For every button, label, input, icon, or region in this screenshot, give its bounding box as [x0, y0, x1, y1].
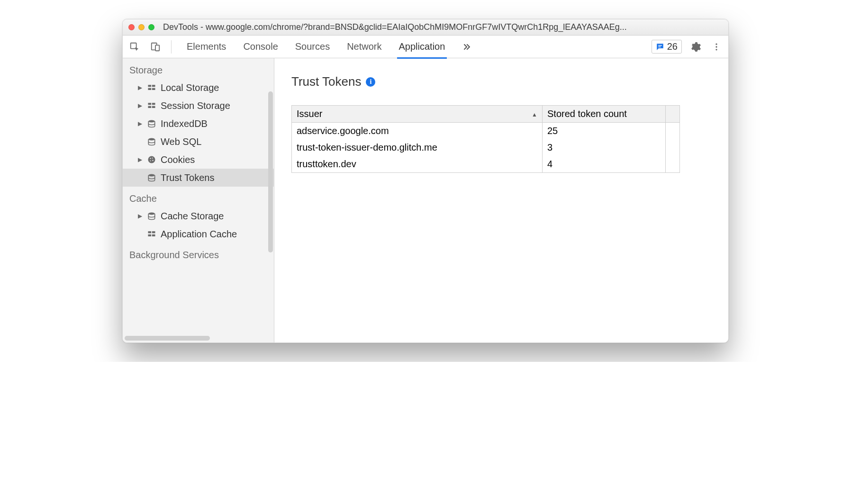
close-window-button[interactable]: [128, 24, 135, 30]
panel-heading-text: Trust Tokens: [291, 74, 361, 89]
sidebar-item-cache-storage[interactable]: ▶ Cache Storage: [123, 207, 274, 225]
svg-point-21: [152, 160, 153, 161]
svg-rect-2: [155, 45, 159, 51]
sidebar-section-cache: Cache: [123, 187, 274, 207]
cookie-icon: [146, 154, 157, 165]
sidebar-item-application-cache[interactable]: ▶ Application Cache: [123, 225, 274, 243]
issues-count: 26: [667, 41, 678, 52]
cell-issuer: trust-token-issuer-demo.glitch.me: [292, 139, 543, 156]
table-row[interactable]: trusttoken.dev 4: [292, 156, 680, 173]
database-icon: [146, 172, 157, 183]
svg-point-5: [715, 43, 717, 45]
panel-heading: Trust Tokens i: [291, 74, 711, 89]
svg-point-16: [148, 120, 154, 123]
application-sidebar: Storage ▶ Local Storage ▶ Session Storag…: [123, 58, 274, 342]
sidebar-item-web-sql[interactable]: ▶ Web SQL: [123, 133, 274, 151]
cell-count: 25: [543, 123, 666, 140]
tab-label: Network: [347, 41, 381, 52]
database-icon: [146, 211, 157, 221]
svg-point-7: [715, 49, 717, 50]
column-header-spacer: [666, 106, 680, 123]
svg-rect-28: [152, 234, 155, 236]
column-header-count[interactable]: Stored token count: [543, 106, 666, 123]
svg-point-18: [148, 156, 155, 163]
window-title: DevTools - www.google.com/chrome/?brand=…: [163, 22, 723, 32]
expand-caret-icon: ▶: [137, 213, 143, 219]
sidebar-vertical-scrollbar[interactable]: [268, 91, 273, 252]
cell-spacer: [666, 123, 680, 140]
grid-icon: [146, 82, 157, 93]
grid-icon: [146, 100, 157, 111]
sidebar-item-label: Cookies: [161, 154, 195, 165]
sidebar-item-label: IndexedDB: [161, 118, 208, 129]
database-icon: [146, 136, 157, 147]
gear-icon: [690, 41, 701, 53]
cell-count: 3: [543, 139, 666, 156]
tab-label: Elements: [187, 41, 226, 52]
column-header-issuer[interactable]: Issuer ▲: [292, 106, 543, 123]
feedback-icon: [656, 43, 664, 51]
svg-point-6: [715, 46, 717, 47]
svg-point-23: [148, 174, 154, 177]
kebab-icon: [712, 42, 721, 52]
svg-rect-12: [148, 103, 152, 105]
titlebar: DevTools - www.google.com/chrome/?brand=…: [123, 19, 728, 36]
svg-rect-9: [152, 85, 155, 87]
sidebar-item-label: Local Storage: [161, 82, 219, 93]
tab-sources[interactable]: Sources: [295, 36, 330, 58]
trust-tokens-table: Issuer ▲ Stored token count adservice.go…: [291, 105, 680, 173]
sidebar-horizontal-scrollbar[interactable]: [125, 336, 210, 341]
inspect-element-icon[interactable]: [127, 40, 142, 54]
tab-label: Sources: [295, 41, 330, 52]
svg-rect-3: [658, 45, 662, 46]
svg-rect-10: [148, 88, 152, 90]
grid-icon: [146, 229, 157, 239]
svg-rect-15: [152, 106, 155, 108]
tab-application[interactable]: Application: [399, 36, 445, 58]
table-row[interactable]: trust-token-issuer-demo.glitch.me 3: [292, 139, 680, 156]
svg-rect-26: [152, 231, 155, 233]
window-controls: [128, 24, 154, 30]
tab-label: Console: [243, 41, 278, 52]
more-tabs-button[interactable]: [462, 36, 471, 58]
sidebar-section-storage: Storage: [123, 58, 274, 79]
more-options-button[interactable]: [709, 40, 724, 54]
svg-rect-14: [148, 106, 152, 108]
chevron-double-right-icon: [462, 42, 471, 52]
sidebar-item-trust-tokens[interactable]: ▶ Trust Tokens: [123, 169, 274, 187]
expand-caret-icon: ▶: [137, 84, 143, 91]
expand-caret-icon: ▶: [137, 120, 143, 127]
issues-badge[interactable]: 26: [652, 40, 682, 54]
svg-rect-11: [152, 88, 155, 90]
settings-button[interactable]: [688, 40, 703, 54]
table-row[interactable]: adservice.google.com 25: [292, 123, 680, 140]
svg-rect-25: [148, 231, 152, 233]
svg-rect-27: [148, 234, 152, 236]
svg-point-22: [150, 161, 151, 162]
cell-spacer: [666, 156, 680, 173]
minimize-window-button[interactable]: [138, 24, 145, 30]
sidebar-item-local-storage[interactable]: ▶ Local Storage: [123, 79, 274, 97]
sidebar-item-indexeddb[interactable]: ▶ IndexedDB: [123, 115, 274, 133]
svg-point-17: [148, 138, 154, 141]
svg-point-24: [148, 213, 154, 215]
device-toolbar-icon[interactable]: [148, 40, 163, 54]
sidebar-item-label: Session Storage: [161, 100, 230, 111]
expand-caret-icon: ▶: [137, 102, 143, 109]
svg-rect-4: [658, 46, 661, 47]
tab-network[interactable]: Network: [347, 36, 381, 58]
panel-tabs: Elements Console Sources Network Applica…: [180, 36, 645, 58]
tab-elements[interactable]: Elements: [187, 36, 226, 58]
sidebar-section-background-services: Background Services: [123, 243, 274, 263]
devtools-window: DevTools - www.google.com/chrome/?brand=…: [122, 19, 729, 343]
column-header-label: Stored token count: [547, 108, 627, 119]
tab-label: Application: [399, 41, 445, 52]
zoom-window-button[interactable]: [148, 24, 154, 30]
info-icon[interactable]: i: [366, 77, 375, 87]
tab-console[interactable]: Console: [243, 36, 278, 58]
sidebar-item-label: Web SQL: [161, 136, 201, 147]
column-header-label: Issuer: [297, 108, 322, 119]
sidebar-item-cookies[interactable]: ▶ Cookies: [123, 151, 274, 169]
sidebar-item-session-storage[interactable]: ▶ Session Storage: [123, 97, 274, 115]
toolbar-divider: [171, 40, 172, 54]
